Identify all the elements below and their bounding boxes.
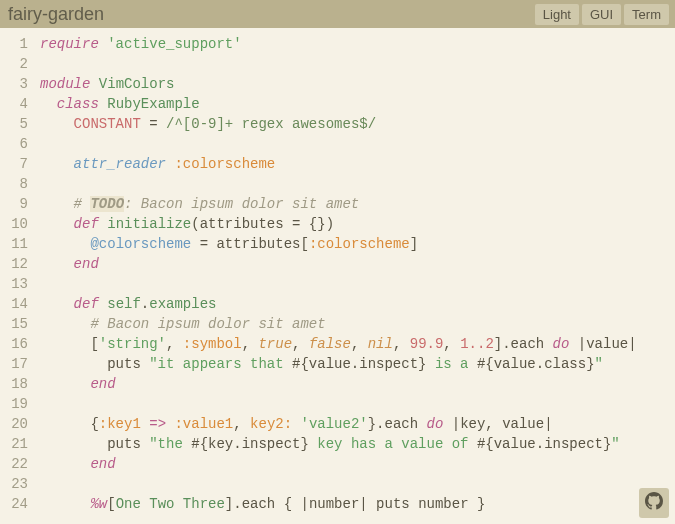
code-line <box>40 274 637 294</box>
line-number: 5 <box>0 114 28 134</box>
code-line: require 'active_support' <box>40 34 637 54</box>
code-line: end <box>40 374 637 394</box>
line-number: 4 <box>0 94 28 114</box>
light-button[interactable]: Light <box>535 4 579 25</box>
line-number: 2 <box>0 54 28 74</box>
code-line: @colorscheme = attributes[:colorscheme] <box>40 234 637 254</box>
code-line: puts "the #{key.inspect} key has a value… <box>40 434 637 454</box>
github-icon <box>645 492 663 514</box>
line-number: 3 <box>0 74 28 94</box>
code-line: # Bacon ipsum dolor sit amet <box>40 314 637 334</box>
line-number: 13 <box>0 274 28 294</box>
line-number: 18 <box>0 374 28 394</box>
code-line: %w[One Two Three].each { |number| puts n… <box>40 494 637 514</box>
line-number: 16 <box>0 334 28 354</box>
line-number: 19 <box>0 394 28 414</box>
github-link[interactable] <box>639 488 669 518</box>
code-line: def initialize(attributes = {}) <box>40 214 637 234</box>
line-number: 10 <box>0 214 28 234</box>
line-number: 11 <box>0 234 28 254</box>
code-line <box>40 474 637 494</box>
code-line: # TODO: Bacon ipsum dolor sit amet <box>40 194 637 214</box>
code-line <box>40 174 637 194</box>
code-line: def self.examples <box>40 294 637 314</box>
line-number: 14 <box>0 294 28 314</box>
line-number: 6 <box>0 134 28 154</box>
code-line: attr_reader :colorscheme <box>40 154 637 174</box>
header-buttons: Light GUI Term <box>535 4 669 25</box>
code-line: puts "it appears that #{value.inspect} i… <box>40 354 637 374</box>
line-number: 23 <box>0 474 28 494</box>
code-area: 123456789101112131415161718192021222324 … <box>0 28 675 524</box>
code-line: ['string', :symbol, true, false, nil, 99… <box>40 334 637 354</box>
page-title: fairy-garden <box>8 4 104 25</box>
term-button[interactable]: Term <box>624 4 669 25</box>
line-number: 7 <box>0 154 28 174</box>
gui-button[interactable]: GUI <box>582 4 621 25</box>
code-line <box>40 394 637 414</box>
line-number: 8 <box>0 174 28 194</box>
header-bar: fairy-garden Light GUI Term <box>0 0 675 28</box>
line-number: 24 <box>0 494 28 514</box>
line-number: 17 <box>0 354 28 374</box>
code-line: module VimColors <box>40 74 637 94</box>
code-line: end <box>40 254 637 274</box>
code-line: end <box>40 454 637 474</box>
code-content[interactable]: require 'active_support' module VimColor… <box>34 28 637 524</box>
line-number: 15 <box>0 314 28 334</box>
line-number: 22 <box>0 454 28 474</box>
line-number: 9 <box>0 194 28 214</box>
line-number: 1 <box>0 34 28 54</box>
code-line: {:key1 => :value1, key2: 'value2'}.each … <box>40 414 637 434</box>
code-line: CONSTANT = /^[0-9]+ regex awesomes$/ <box>40 114 637 134</box>
code-line: class RubyExample <box>40 94 637 114</box>
code-line <box>40 54 637 74</box>
line-number: 21 <box>0 434 28 454</box>
line-number: 12 <box>0 254 28 274</box>
code-line <box>40 134 637 154</box>
line-number-gutter: 123456789101112131415161718192021222324 <box>0 28 34 524</box>
line-number: 20 <box>0 414 28 434</box>
